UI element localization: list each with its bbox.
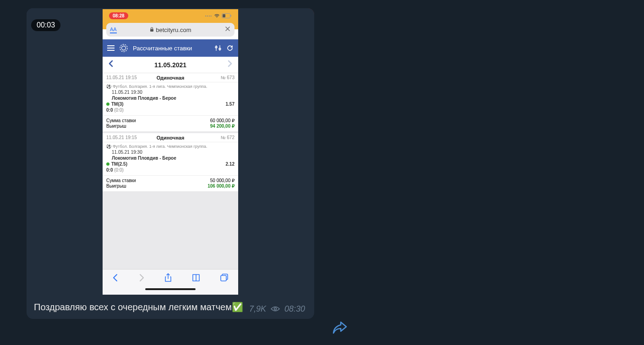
score-row: 0:0 (0:0) (106, 167, 235, 172)
league-name: ⚽Футбол. Болгария. 1-я лига. Чемпионская… (106, 84, 235, 89)
lock-icon (150, 27, 154, 33)
svg-point-8 (274, 307, 276, 310)
league-name: ⚽Футбол. Болгария. 1-я лига. Чемпионская… (106, 144, 235, 149)
video-duration-badge: 00:03 (31, 19, 60, 31)
message-caption: Поздравляю всех с очередным легким матче… (27, 295, 314, 313)
win-label: Выигрыш (106, 124, 126, 129)
back-button[interactable] (112, 274, 119, 284)
win-value: 106 000,00 ₽ (207, 183, 235, 189)
bet-header: 11.05.21 19:15 Одиночная № 673 (103, 73, 238, 82)
bet-card[interactable]: 11.05.21 19:15 Одиночная № 673 ⚽Футбол. … (103, 73, 238, 131)
bet-type: Одиночная (157, 75, 185, 81)
svg-rect-3 (150, 29, 153, 32)
safari-url-bar[interactable]: AA betcityru.com (106, 23, 235, 37)
stop-reload-button[interactable] (224, 26, 231, 34)
win-value: 94 200,00 ₽ (210, 124, 235, 129)
view-count: 7,9K (249, 303, 266, 314)
svg-rect-2 (231, 15, 232, 16)
date-navigator: 11.05.2021 (103, 57, 238, 73)
empty-area (103, 191, 238, 269)
bet-card[interactable]: 11.05.21 19:15 Одиночная № 672 ⚽Футбол. … (103, 133, 238, 191)
page-title: Рассчитанные ставки (133, 45, 210, 52)
stake-value: 50 000,00 ₽ (210, 178, 235, 183)
url-text[interactable]: betcityru.com (117, 27, 224, 33)
tabs-button[interactable] (220, 274, 229, 284)
event-time: 11.05.21 19:30 (112, 150, 235, 155)
win-label: Выигрыш (106, 183, 126, 189)
share-button[interactable] (164, 273, 172, 284)
odds-value: 2.12 (226, 162, 235, 167)
battery-icon (222, 13, 232, 18)
svg-point-4 (120, 44, 127, 52)
match-teams: Локомотив Пловдив - Берое (112, 156, 235, 161)
bet-number: № 673 (221, 75, 235, 80)
svg-rect-7 (221, 275, 226, 281)
betcity-header: Рассчитанные ставки (103, 39, 238, 57)
current-date: 11.05.2021 (154, 61, 186, 69)
market-name: ТМ(2.5) (111, 162, 127, 167)
next-date-button[interactable] (227, 60, 233, 70)
svg-rect-1 (223, 14, 225, 17)
soccer-icon: ⚽ (106, 84, 111, 89)
eye-icon (271, 306, 280, 312)
forward-button[interactable] (138, 274, 145, 284)
stake-value: 60 000,00 ₽ (210, 118, 235, 123)
domain-text: betcityru.com (156, 27, 191, 33)
wifi-icon (214, 13, 220, 18)
message-meta: 7,9K 08:30 (249, 303, 305, 314)
home-indicator (103, 287, 238, 295)
bet-placed-time: 11.05.21 19:15 (106, 135, 137, 140)
globe-icon[interactable] (119, 43, 128, 53)
svg-point-5 (122, 46, 126, 50)
prev-date-button[interactable] (108, 60, 114, 70)
event-time: 11.05.21 19:30 (112, 90, 235, 95)
match-teams: Локомотив Пловдив - Берое (112, 96, 235, 101)
bet-type: Одиночная (157, 135, 185, 140)
soccer-icon: ⚽ (106, 144, 111, 149)
odds-value: 1.57 (226, 102, 235, 107)
recording-time-badge: 08:28 (109, 12, 128, 19)
phone-screenshot: 08:28 •••• AA betcityru.com (103, 9, 238, 295)
cellular-icon: •••• (205, 14, 212, 18)
filter-icon[interactable] (214, 44, 222, 52)
menu-icon[interactable] (107, 45, 115, 51)
status-dot-icon (106, 162, 109, 166)
text-size-button[interactable]: AA (110, 27, 117, 33)
score-row: 0:0 (0:0) (106, 108, 235, 113)
stake-label: Сумма ставки (106, 118, 136, 123)
safari-toolbar (103, 269, 238, 287)
stake-label: Сумма ставки (106, 178, 136, 183)
bookmarks-button[interactable] (191, 274, 201, 284)
bet-placed-time: 11.05.21 19:15 (106, 75, 137, 80)
message-time: 08:30 (284, 303, 305, 314)
message-bubble[interactable]: 00:03 08:28 •••• AA betcityru.com (27, 8, 314, 319)
bet-number: № 672 (221, 135, 235, 140)
refresh-icon[interactable] (226, 44, 234, 52)
ios-status-bar: 08:28 •••• (103, 9, 238, 20)
market-name: ТМ(3) (111, 102, 124, 107)
forward-message-button[interactable] (330, 318, 350, 338)
bet-header: 11.05.21 19:15 Одиночная № 672 (103, 133, 238, 142)
status-dot-icon (106, 102, 109, 106)
